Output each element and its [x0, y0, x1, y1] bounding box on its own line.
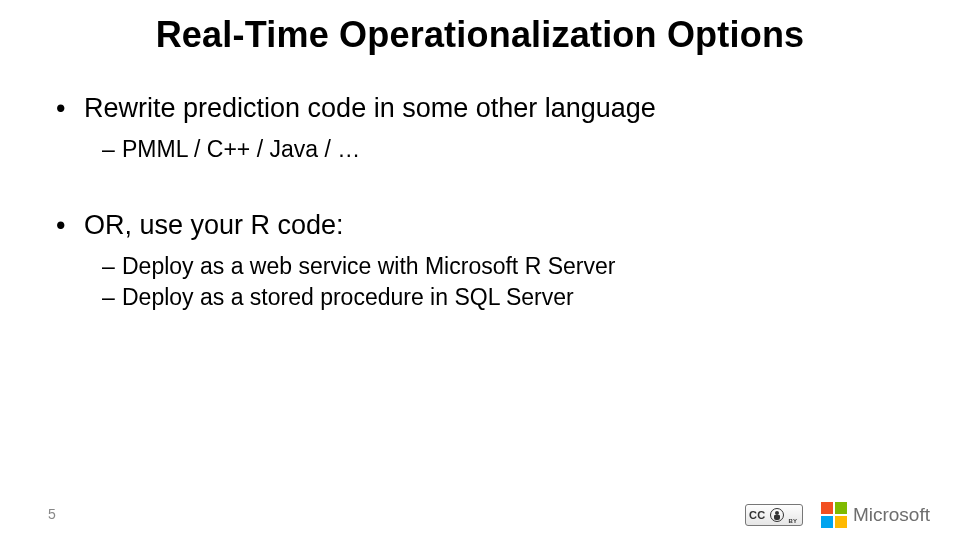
- sub-bullet-list: PMML / C++ / Java / …: [84, 134, 912, 165]
- cc-by-label: BY: [789, 518, 797, 524]
- sub-bullet-text: Deploy as a web service with Microsoft R…: [122, 253, 615, 279]
- cc-label: CC: [749, 509, 766, 521]
- sub-bullet-list: Deploy as a web service with Microsoft R…: [84, 251, 912, 313]
- microsoft-logo: Microsoft: [821, 502, 930, 528]
- bullet-item: OR, use your R code: Deploy as a web ser…: [56, 209, 912, 313]
- microsoft-squares-icon: [821, 502, 847, 528]
- bullet-item: Rewrite prediction code in some other la…: [56, 92, 912, 165]
- cc-by-badge-icon: CC BY: [745, 504, 803, 526]
- page-number: 5: [48, 506, 56, 522]
- sub-bullet-item: Deploy as a web service with Microsoft R…: [102, 251, 912, 282]
- sub-bullet-text: PMML / C++ / Java / …: [122, 136, 360, 162]
- bullet-list: Rewrite prediction code in some other la…: [48, 92, 912, 313]
- sub-bullet-text: Deploy as a stored procedure in SQL Serv…: [122, 284, 574, 310]
- ms-square-red: [821, 502, 833, 514]
- slide-title: Real-Time Operationalization Options: [48, 14, 912, 56]
- bullet-text: Rewrite prediction code in some other la…: [84, 93, 656, 123]
- footer-logos: CC BY Microsoft: [745, 502, 930, 528]
- bullet-text: OR, use your R code:: [84, 210, 344, 240]
- sub-bullet-item: Deploy as a stored procedure in SQL Serv…: [102, 282, 912, 313]
- ms-square-blue: [821, 516, 833, 528]
- slide: Real-Time Operationalization Options Rew…: [0, 0, 960, 540]
- person-icon: [770, 508, 784, 522]
- ms-square-green: [835, 502, 847, 514]
- sub-bullet-item: PMML / C++ / Java / …: [102, 134, 912, 165]
- microsoft-wordmark: Microsoft: [853, 504, 930, 526]
- ms-square-yellow: [835, 516, 847, 528]
